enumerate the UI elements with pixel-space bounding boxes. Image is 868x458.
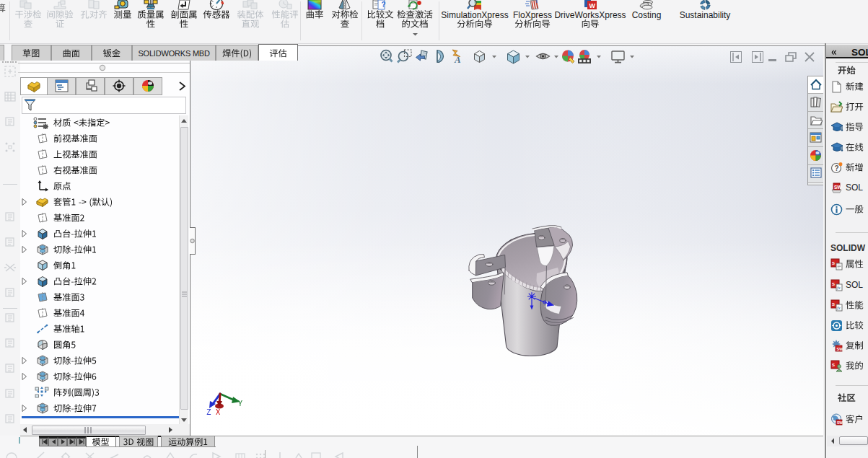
svg-text:SW: SW (837, 347, 843, 351)
svg-text:?: ? (382, 1, 386, 9)
svg-text:S: S (832, 363, 835, 367)
svg-text:S: S (832, 261, 835, 265)
svg-text:S: S (832, 302, 835, 307)
svg-text:?: ? (834, 164, 838, 172)
svg-text:fx: fx (837, 305, 841, 310)
svg-text:fx: fx (837, 285, 841, 290)
svg-text:S: S (832, 282, 835, 286)
svg-text:A: A (454, 54, 461, 65)
svg-text:SW: SW (837, 420, 843, 425)
svg-text:SW: SW (834, 185, 842, 190)
svg-text:W: W (589, 2, 596, 9)
